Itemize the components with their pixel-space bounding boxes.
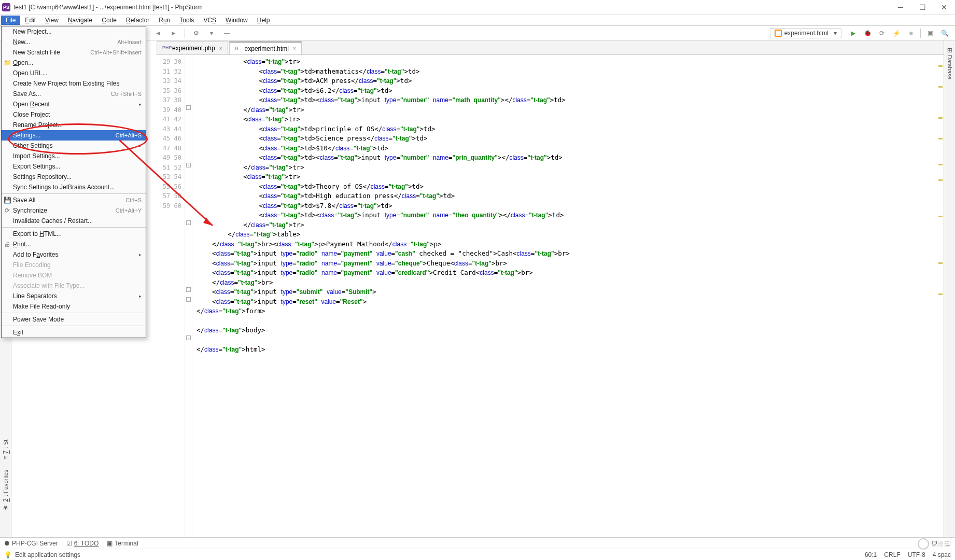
menu-item-close-project[interactable]: Close Project	[2, 109, 146, 120]
chevron-down-icon: ▾	[834, 30, 837, 37]
menu-item-add-to-favorites[interactable]: Add to Favorites▸	[2, 249, 146, 260]
menu-item-settings-repository[interactable]: Settings Repository...	[2, 172, 146, 182]
menu-navigate[interactable]: Navigate	[63, 16, 97, 25]
warning-marker[interactable]	[938, 138, 943, 139]
close-tab-icon[interactable]: ×	[219, 46, 222, 51]
menu-item-new-project[interactable]: New Project...	[2, 26, 146, 37]
warning-marker[interactable]	[938, 216, 943, 217]
fold-toggle[interactable]: -	[186, 163, 191, 167]
menu-item-create-new-project-from-existing-files[interactable]: Create New Project from Existing Files	[2, 78, 146, 89]
terminal-icon: ▣	[107, 540, 113, 547]
menu-item-invalidate-caches-restart[interactable]: Invalidate Caches / Restart...	[2, 216, 146, 226]
minus-icon[interactable]: —	[221, 27, 233, 39]
menu-vcs[interactable]: VCS	[199, 16, 221, 25]
menu-item-sync-settings-to-jetbrains-account[interactable]: Sync Settings to JetBrains Account...	[2, 182, 146, 192]
fold-toggle[interactable]: -	[186, 335, 191, 340]
menu-edit[interactable]: Edit	[20, 16, 40, 25]
chevron-down-icon[interactable]: ▾	[206, 27, 217, 39]
menu-code[interactable]: Code	[97, 16, 121, 25]
minimize-button[interactable]: ─	[897, 4, 904, 11]
close-tab-icon[interactable]: ×	[293, 46, 296, 51]
menu-item-open-recent[interactable]: Open Recent▸	[2, 99, 146, 109]
menu-item-file-encoding: File Encoding	[2, 260, 146, 270]
run-config-label: experiment.html	[784, 30, 828, 37]
menu-item-open[interactable]: 📁Open...	[2, 58, 146, 68]
editor-tabs: PHPexperiment.php×Hexperiment.html×	[157, 40, 944, 55]
profile-button[interactable]: ⚡	[891, 28, 902, 38]
database-icon: ⊞	[946, 48, 953, 53]
warning-marker[interactable]	[938, 179, 943, 181]
menu-item-power-save-mode[interactable]: Power Save Mode	[2, 314, 146, 325]
menu-item-export-to-html[interactable]: Export to HTML...	[2, 229, 146, 239]
folder-icon: 📁	[4, 59, 11, 66]
toggle-panel-icon[interactable]: ☐	[945, 540, 951, 547]
encoding[interactable]: UTF-8	[908, 551, 925, 558]
todo-tab[interactable]: ☑6: TODO	[66, 540, 99, 547]
coverage-button[interactable]: ⟳	[877, 28, 887, 38]
fold-toggle[interactable]: -	[186, 105, 191, 110]
menu-file[interactable]: File	[1, 16, 20, 25]
debug-button[interactable]: 🐞	[862, 28, 873, 38]
menu-item-new-scratch-file[interactable]: New Scratch FileCtrl+Alt+Shift+Insert	[2, 47, 146, 58]
menu-item-remove-bom: Remove BOM	[2, 270, 146, 281]
warning-marker[interactable]	[938, 293, 943, 295]
menu-item-synchronize[interactable]: ⟳SynchronizeCtrl+Alt+Y	[2, 205, 146, 216]
back-icon[interactable]: ◄	[152, 27, 164, 39]
fold-toggle[interactable]: -	[186, 287, 191, 292]
maximize-button[interactable]: ☐	[919, 4, 926, 11]
menu-item-line-separators[interactable]: Line Separators▸	[2, 291, 146, 301]
search-button[interactable]: 🔍	[939, 28, 950, 38]
menu-window[interactable]: Window	[221, 16, 252, 25]
fold-toggle[interactable]: -	[186, 220, 191, 225]
warning-marker[interactable]	[938, 117, 943, 119]
left-tab--st[interactable]: ≡ 7: St	[1, 435, 10, 465]
menu-item-save-all[interactable]: 💾Save AllCtrl+S	[2, 195, 146, 205]
stop-button[interactable]: ■	[906, 28, 916, 38]
run-config-select[interactable]: experiment.html ▾	[770, 28, 841, 38]
source-code[interactable]: <class="t-tag">tr> <class="t-tag">td>mat…	[192, 55, 937, 537]
bottom-toolbar: ⚈PHP-CGI Server ☑6: TODO ▣Terminal 🗩 ☐	[0, 537, 955, 549]
close-button[interactable]: ✕	[940, 4, 948, 11]
line-ending[interactable]: CRLF	[884, 551, 900, 558]
menu-item-print[interactable]: 🖨Print...	[2, 239, 146, 249]
warning-marker[interactable]	[938, 86, 943, 88]
menu-item-exit[interactable]: Exit	[2, 327, 146, 338]
right-tab-database[interactable]: ⊞ Database	[945, 43, 954, 85]
menu-item-export-settings[interactable]: Export Settings...	[2, 161, 146, 172]
forward-icon[interactable]: ►	[168, 27, 179, 39]
warning-marker[interactable]	[938, 65, 943, 67]
code-area[interactable]: 29 30 31 32 33 34 35 36 37 38 39 40 41 4…	[157, 55, 944, 537]
gear-icon[interactable]: ⚙	[190, 27, 202, 39]
line-gutter: 29 30 31 32 33 34 35 36 37 38 39 40 41 4…	[157, 55, 185, 537]
php-cgi-server-tab[interactable]: ⚈PHP-CGI Server	[4, 540, 58, 547]
menu-item-import-settings[interactable]: Import Settings...	[2, 151, 146, 161]
tab-experiment-html[interactable]: Hexperiment.html×	[229, 41, 302, 54]
warning-marker[interactable]	[938, 262, 943, 264]
menu-item-make-file-read-only[interactable]: Make File Read-only	[2, 301, 146, 312]
window-title: test1 [C:\wamp64\www\test1] - ...\experi…	[13, 4, 897, 11]
menu-help[interactable]: Help	[252, 16, 275, 25]
terminal-tab[interactable]: ▣Terminal	[107, 540, 138, 547]
save-icon: 💾	[4, 197, 11, 204]
structure-button[interactable]: ▣	[925, 28, 935, 38]
menu-item-save-as[interactable]: Save As...Ctrl+Shift+S	[2, 89, 146, 99]
cursor-position: 60:1	[865, 551, 877, 558]
run-button[interactable]: ▶	[848, 28, 858, 38]
left-tab--favorites[interactable]: ★ 2: Favorites	[1, 465, 10, 516]
warning-marker[interactable]	[938, 164, 943, 165]
fold-toggle[interactable]: -	[186, 297, 191, 302]
menu-item-new[interactable]: New...Alt+Insert	[2, 37, 146, 47]
menu-item-associate-with-file-type: Associate with File Type...	[2, 281, 146, 291]
tab-experiment-php[interactable]: PHPexperiment.php×	[157, 41, 228, 54]
event-log-icon[interactable]: 🗩	[932, 540, 938, 547]
menu-run[interactable]: Run	[154, 16, 175, 25]
menu-refactor[interactable]: Refactor	[121, 16, 154, 25]
menu-item-open-url[interactable]: Open URL...	[2, 68, 146, 78]
sync-icon: ⟳	[4, 207, 11, 214]
menu-view[interactable]: View	[40, 16, 63, 25]
indent[interactable]: 4 spac	[933, 551, 951, 558]
menu-item-settings[interactable]: Settings...Ctrl+Alt+S	[2, 130, 146, 141]
menu-tools[interactable]: Tools	[175, 16, 199, 25]
menu-item-other-settings[interactable]: Other Settings▸	[2, 141, 146, 151]
menu-item-rename-project[interactable]: Rename Project...	[2, 120, 146, 130]
